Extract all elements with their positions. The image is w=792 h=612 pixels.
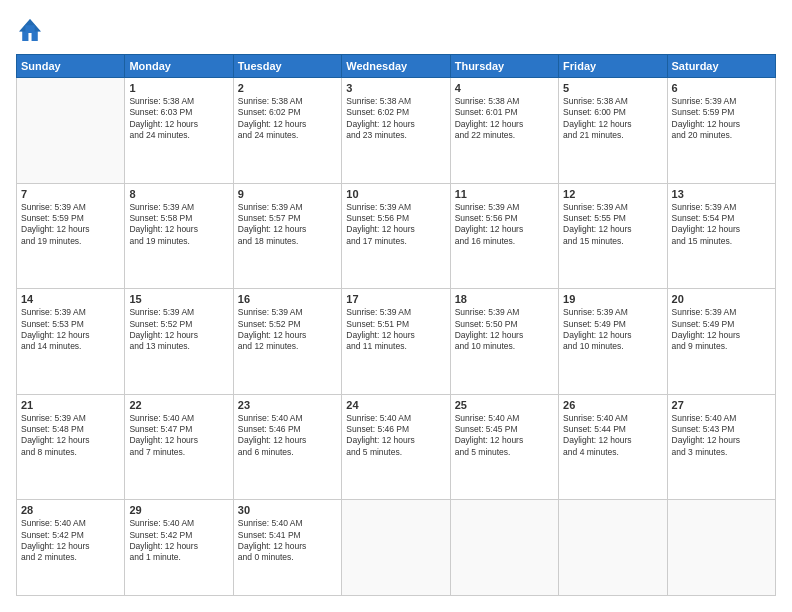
cell-content: Sunrise: 5:39 AMSunset: 5:49 PMDaylight:…	[672, 307, 771, 353]
calendar-cell: 26Sunrise: 5:40 AMSunset: 5:44 PMDayligh…	[559, 394, 667, 500]
cell-content: Sunrise: 5:39 AMSunset: 5:52 PMDaylight:…	[238, 307, 337, 353]
logo	[16, 16, 48, 44]
calendar-cell	[450, 500, 558, 596]
day-number: 30	[238, 504, 337, 516]
day-number: 2	[238, 82, 337, 94]
day-number: 26	[563, 399, 662, 411]
calendar-cell: 18Sunrise: 5:39 AMSunset: 5:50 PMDayligh…	[450, 289, 558, 395]
calendar-cell: 10Sunrise: 5:39 AMSunset: 5:56 PMDayligh…	[342, 183, 450, 289]
calendar-cell: 8Sunrise: 5:39 AMSunset: 5:58 PMDaylight…	[125, 183, 233, 289]
calendar-cell: 20Sunrise: 5:39 AMSunset: 5:49 PMDayligh…	[667, 289, 775, 395]
weekday-header-wednesday: Wednesday	[342, 55, 450, 78]
day-number: 11	[455, 188, 554, 200]
day-number: 4	[455, 82, 554, 94]
calendar-cell: 30Sunrise: 5:40 AMSunset: 5:41 PMDayligh…	[233, 500, 341, 596]
week-row-4: 21Sunrise: 5:39 AMSunset: 5:48 PMDayligh…	[17, 394, 776, 500]
day-number: 13	[672, 188, 771, 200]
day-number: 16	[238, 293, 337, 305]
cell-content: Sunrise: 5:38 AMSunset: 6:02 PMDaylight:…	[346, 96, 445, 142]
day-number: 29	[129, 504, 228, 516]
calendar-cell	[17, 78, 125, 184]
cell-content: Sunrise: 5:39 AMSunset: 5:58 PMDaylight:…	[129, 202, 228, 248]
weekday-header-tuesday: Tuesday	[233, 55, 341, 78]
day-number: 18	[455, 293, 554, 305]
cell-content: Sunrise: 5:40 AMSunset: 5:45 PMDaylight:…	[455, 413, 554, 459]
day-number: 27	[672, 399, 771, 411]
calendar-cell: 22Sunrise: 5:40 AMSunset: 5:47 PMDayligh…	[125, 394, 233, 500]
cell-content: Sunrise: 5:40 AMSunset: 5:42 PMDaylight:…	[21, 518, 120, 564]
weekday-header-saturday: Saturday	[667, 55, 775, 78]
day-number: 19	[563, 293, 662, 305]
day-number: 10	[346, 188, 445, 200]
cell-content: Sunrise: 5:39 AMSunset: 5:52 PMDaylight:…	[129, 307, 228, 353]
cell-content: Sunrise: 5:39 AMSunset: 5:56 PMDaylight:…	[455, 202, 554, 248]
calendar-cell	[559, 500, 667, 596]
calendar-cell	[342, 500, 450, 596]
weekday-header-friday: Friday	[559, 55, 667, 78]
calendar-cell: 21Sunrise: 5:39 AMSunset: 5:48 PMDayligh…	[17, 394, 125, 500]
weekday-header-thursday: Thursday	[450, 55, 558, 78]
calendar-table: SundayMondayTuesdayWednesdayThursdayFrid…	[16, 54, 776, 596]
weekday-header-monday: Monday	[125, 55, 233, 78]
day-number: 23	[238, 399, 337, 411]
calendar-cell: 28Sunrise: 5:40 AMSunset: 5:42 PMDayligh…	[17, 500, 125, 596]
calendar-cell: 1Sunrise: 5:38 AMSunset: 6:03 PMDaylight…	[125, 78, 233, 184]
cell-content: Sunrise: 5:38 AMSunset: 6:01 PMDaylight:…	[455, 96, 554, 142]
day-number: 9	[238, 188, 337, 200]
day-number: 24	[346, 399, 445, 411]
day-number: 3	[346, 82, 445, 94]
calendar-cell: 15Sunrise: 5:39 AMSunset: 5:52 PMDayligh…	[125, 289, 233, 395]
day-number: 28	[21, 504, 120, 516]
calendar-cell: 9Sunrise: 5:39 AMSunset: 5:57 PMDaylight…	[233, 183, 341, 289]
cell-content: Sunrise: 5:40 AMSunset: 5:46 PMDaylight:…	[238, 413, 337, 459]
calendar-cell: 25Sunrise: 5:40 AMSunset: 5:45 PMDayligh…	[450, 394, 558, 500]
calendar-cell: 27Sunrise: 5:40 AMSunset: 5:43 PMDayligh…	[667, 394, 775, 500]
calendar-cell: 11Sunrise: 5:39 AMSunset: 5:56 PMDayligh…	[450, 183, 558, 289]
calendar-cell: 23Sunrise: 5:40 AMSunset: 5:46 PMDayligh…	[233, 394, 341, 500]
cell-content: Sunrise: 5:39 AMSunset: 5:53 PMDaylight:…	[21, 307, 120, 353]
cell-content: Sunrise: 5:38 AMSunset: 6:00 PMDaylight:…	[563, 96, 662, 142]
day-number: 5	[563, 82, 662, 94]
cell-content: Sunrise: 5:39 AMSunset: 5:49 PMDaylight:…	[563, 307, 662, 353]
cell-content: Sunrise: 5:39 AMSunset: 5:57 PMDaylight:…	[238, 202, 337, 248]
day-number: 8	[129, 188, 228, 200]
day-number: 21	[21, 399, 120, 411]
cell-content: Sunrise: 5:38 AMSunset: 6:03 PMDaylight:…	[129, 96, 228, 142]
cell-content: Sunrise: 5:40 AMSunset: 5:43 PMDaylight:…	[672, 413, 771, 459]
cell-content: Sunrise: 5:39 AMSunset: 5:59 PMDaylight:…	[672, 96, 771, 142]
page: SundayMondayTuesdayWednesdayThursdayFrid…	[0, 0, 792, 612]
day-number: 17	[346, 293, 445, 305]
day-number: 14	[21, 293, 120, 305]
cell-content: Sunrise: 5:39 AMSunset: 5:59 PMDaylight:…	[21, 202, 120, 248]
cell-content: Sunrise: 5:40 AMSunset: 5:42 PMDaylight:…	[129, 518, 228, 564]
cell-content: Sunrise: 5:39 AMSunset: 5:55 PMDaylight:…	[563, 202, 662, 248]
day-number: 15	[129, 293, 228, 305]
week-row-5: 28Sunrise: 5:40 AMSunset: 5:42 PMDayligh…	[17, 500, 776, 596]
calendar-cell: 12Sunrise: 5:39 AMSunset: 5:55 PMDayligh…	[559, 183, 667, 289]
calendar-cell	[667, 500, 775, 596]
day-number: 25	[455, 399, 554, 411]
calendar-cell: 13Sunrise: 5:39 AMSunset: 5:54 PMDayligh…	[667, 183, 775, 289]
calendar-body: 1Sunrise: 5:38 AMSunset: 6:03 PMDaylight…	[17, 78, 776, 596]
day-number: 12	[563, 188, 662, 200]
calendar-header-row: SundayMondayTuesdayWednesdayThursdayFrid…	[17, 55, 776, 78]
cell-content: Sunrise: 5:40 AMSunset: 5:41 PMDaylight:…	[238, 518, 337, 564]
cell-content: Sunrise: 5:40 AMSunset: 5:47 PMDaylight:…	[129, 413, 228, 459]
cell-content: Sunrise: 5:38 AMSunset: 6:02 PMDaylight:…	[238, 96, 337, 142]
cell-content: Sunrise: 5:39 AMSunset: 5:54 PMDaylight:…	[672, 202, 771, 248]
weekday-header-sunday: Sunday	[17, 55, 125, 78]
calendar-cell: 24Sunrise: 5:40 AMSunset: 5:46 PMDayligh…	[342, 394, 450, 500]
day-number: 7	[21, 188, 120, 200]
calendar-cell: 6Sunrise: 5:39 AMSunset: 5:59 PMDaylight…	[667, 78, 775, 184]
calendar-cell: 14Sunrise: 5:39 AMSunset: 5:53 PMDayligh…	[17, 289, 125, 395]
calendar-cell: 19Sunrise: 5:39 AMSunset: 5:49 PMDayligh…	[559, 289, 667, 395]
calendar-cell: 3Sunrise: 5:38 AMSunset: 6:02 PMDaylight…	[342, 78, 450, 184]
calendar-cell: 5Sunrise: 5:38 AMSunset: 6:00 PMDaylight…	[559, 78, 667, 184]
week-row-1: 1Sunrise: 5:38 AMSunset: 6:03 PMDaylight…	[17, 78, 776, 184]
cell-content: Sunrise: 5:39 AMSunset: 5:51 PMDaylight:…	[346, 307, 445, 353]
calendar-cell: 16Sunrise: 5:39 AMSunset: 5:52 PMDayligh…	[233, 289, 341, 395]
cell-content: Sunrise: 5:40 AMSunset: 5:44 PMDaylight:…	[563, 413, 662, 459]
calendar-cell: 29Sunrise: 5:40 AMSunset: 5:42 PMDayligh…	[125, 500, 233, 596]
calendar-cell: 4Sunrise: 5:38 AMSunset: 6:01 PMDaylight…	[450, 78, 558, 184]
logo-icon	[16, 16, 44, 44]
